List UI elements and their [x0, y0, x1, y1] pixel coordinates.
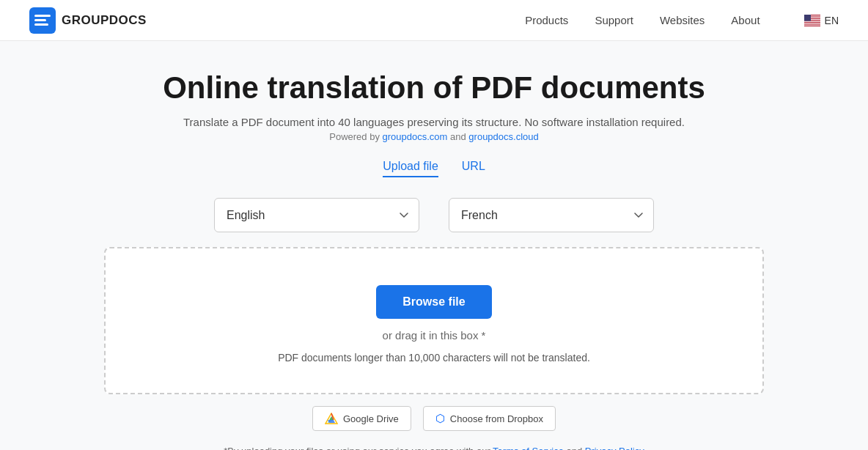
- logo-area: GROUPDOCS: [29, 7, 147, 34]
- groupdocs-com-link[interactable]: groupdocs.com: [383, 131, 448, 142]
- footer-note: *By uploading your files or using our se…: [224, 446, 644, 450]
- main-content: Online translation of PDF documents Tran…: [0, 41, 868, 450]
- browse-file-button[interactable]: Browse file: [376, 285, 491, 319]
- to-language-select[interactable]: French English Spanish German: [449, 198, 654, 232]
- nav-about[interactable]: About: [731, 14, 760, 26]
- language-selectors: English French Spanish German French Eng…: [214, 198, 654, 232]
- file-drop-zone[interactable]: Browse file or drag it in this box * PDF…: [104, 247, 764, 394]
- svg-rect-9: [804, 23, 820, 23]
- cloud-buttons: Google Drive ⬡ Choose from Dropbox: [312, 406, 556, 431]
- header: GROUPDOCS Products Support Websites Abou…: [0, 0, 868, 41]
- google-drive-icon: [325, 413, 338, 424]
- svg-rect-2: [34, 19, 46, 21]
- nav-websites[interactable]: Websites: [660, 14, 705, 26]
- terms-of-service-link[interactable]: Terms of Service: [493, 446, 564, 450]
- powered-by-mid: and: [450, 131, 468, 142]
- logo-text: GROUPDOCS: [62, 13, 147, 28]
- drag-hint: or drag it in this box *: [383, 329, 486, 342]
- google-drive-button[interactable]: Google Drive: [312, 406, 411, 431]
- file-limit-text: PDF documents longer than 10,000 charact…: [278, 352, 590, 364]
- powered-by: Powered by groupdocs.com and groupdocs.c…: [329, 131, 539, 142]
- main-nav: Products Support Websites About: [525, 14, 760, 26]
- tab-upload-file[interactable]: Upload file: [383, 160, 438, 177]
- dropbox-label: Choose from Dropbox: [450, 413, 543, 424]
- upload-tabs: Upload file URL: [383, 160, 485, 177]
- google-drive-label: Google Drive: [343, 413, 399, 424]
- flag-icon: [804, 15, 820, 26]
- page-title: Online translation of PDF documents: [163, 70, 705, 106]
- svg-rect-3: [34, 23, 48, 26]
- nav-products[interactable]: Products: [525, 14, 568, 26]
- svg-rect-10: [804, 24, 820, 25]
- tab-url[interactable]: URL: [462, 160, 485, 177]
- footer-mid: and: [567, 446, 585, 450]
- subtitle: Translate a PDF document into 40 languag…: [183, 116, 685, 128]
- dropbox-button[interactable]: ⬡ Choose from Dropbox: [423, 406, 556, 431]
- privacy-policy-link[interactable]: Privacy Policy: [585, 446, 644, 450]
- svg-marker-14: [328, 420, 335, 423]
- svg-rect-11: [804, 15, 811, 21]
- nav-support[interactable]: Support: [595, 14, 633, 26]
- footer-note-text: *By uploading your files or using our se…: [224, 446, 493, 450]
- language-selector[interactable]: EN: [804, 15, 839, 26]
- logo-icon: [29, 7, 56, 34]
- groupdocs-cloud-link[interactable]: groupdocs.cloud: [468, 131, 538, 142]
- dropbox-icon: ⬡: [435, 412, 445, 425]
- svg-rect-8: [804, 21, 820, 21]
- lang-code: EN: [825, 15, 839, 26]
- from-language-select[interactable]: English French Spanish German: [214, 198, 419, 232]
- svg-rect-1: [34, 15, 51, 17]
- powered-by-prefix: Powered by: [329, 131, 382, 142]
